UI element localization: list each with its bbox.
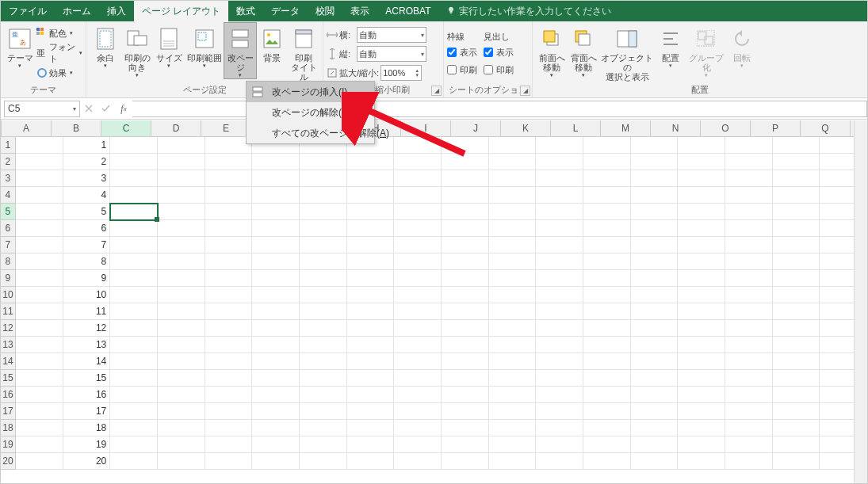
cell-O10[interactable]: [678, 287, 725, 303]
cell-H18[interactable]: [347, 420, 395, 436]
cell-J6[interactable]: [442, 220, 489, 237]
cell-D4[interactable]: [158, 187, 205, 204]
cell-C16[interactable]: [110, 387, 158, 403]
cell-A8[interactable]: [16, 253, 63, 270]
cell-J1[interactable]: [442, 137, 489, 154]
cell-D9[interactable]: [158, 270, 205, 287]
cell-D3[interactable]: [158, 170, 205, 187]
cell-G7[interactable]: [300, 237, 347, 253]
cell-D12[interactable]: [158, 320, 205, 337]
cell-D8[interactable]: [158, 253, 205, 270]
cell-N5[interactable]: [631, 204, 679, 220]
cell-P7[interactable]: [725, 237, 773, 253]
cell-G5[interactable]: [300, 204, 347, 220]
cell-Q13[interactable]: [773, 337, 820, 353]
tab-挿入[interactable]: 挿入: [99, 1, 134, 21]
cell-P14[interactable]: [725, 353, 773, 370]
cell-C19[interactable]: [110, 436, 158, 453]
cell-Q16[interactable]: [773, 387, 820, 403]
cell-H13[interactable]: [347, 337, 395, 353]
cell-D16[interactable]: [158, 387, 205, 403]
cell-B7[interactable]: 7: [63, 237, 111, 253]
row-header-5[interactable]: 5: [1, 204, 16, 220]
cell-G16[interactable]: [300, 387, 347, 403]
cell-F4[interactable]: [252, 187, 300, 204]
cell-Q4[interactable]: [773, 187, 820, 204]
cell-K17[interactable]: [489, 403, 537, 420]
cell-J13[interactable]: [442, 337, 489, 353]
cell-F3[interactable]: [252, 170, 300, 187]
cell-A4[interactable]: [16, 187, 63, 204]
cell-P11[interactable]: [725, 303, 773, 320]
cell-Q6[interactable]: [773, 220, 820, 237]
cell-B12[interactable]: 12: [63, 320, 111, 337]
row-header-10[interactable]: 10: [1, 287, 16, 303]
cell-L17[interactable]: [536, 403, 583, 420]
cell-H7[interactable]: [347, 237, 395, 253]
cell-A2[interactable]: [16, 154, 63, 170]
cell-C12[interactable]: [110, 320, 158, 337]
selection-pane-button[interactable]: オブジェクトの 選択と表示: [599, 23, 655, 82]
cell-N3[interactable]: [631, 170, 679, 187]
cell-I16[interactable]: [394, 387, 442, 403]
cell-O17[interactable]: [678, 403, 725, 420]
cell-G18[interactable]: [300, 420, 347, 436]
cell-O6[interactable]: [678, 220, 725, 237]
cell-O14[interactable]: [678, 353, 725, 370]
cell-L20[interactable]: [536, 453, 583, 470]
cell-O15[interactable]: [678, 370, 725, 387]
group-button[interactable]: グループ化▾: [686, 23, 726, 78]
row-header-17[interactable]: 17: [1, 403, 16, 420]
cell-L2[interactable]: [536, 154, 583, 170]
cell-N11[interactable]: [631, 303, 679, 320]
cell-J5[interactable]: [442, 204, 489, 220]
cell-M13[interactable]: [583, 337, 631, 353]
cell-Q9[interactable]: [773, 270, 820, 287]
cell-J19[interactable]: [442, 436, 489, 453]
cell-L14[interactable]: [536, 353, 583, 370]
cell-K9[interactable]: [489, 270, 537, 287]
cell-Q20[interactable]: [773, 453, 820, 470]
cell-Q1[interactable]: [773, 137, 820, 154]
cell-O19[interactable]: [678, 436, 725, 453]
cell-C13[interactable]: [110, 337, 158, 353]
cell-J7[interactable]: [442, 237, 489, 253]
row-header-13[interactable]: 13: [1, 337, 16, 353]
cell-J10[interactable]: [442, 287, 489, 303]
cell-B19[interactable]: 19: [63, 436, 111, 453]
cell-A14[interactable]: [16, 353, 63, 370]
col-header-J[interactable]: J: [451, 120, 501, 136]
cell-E11[interactable]: [205, 303, 253, 320]
cell-H20[interactable]: [347, 453, 395, 470]
cell-H19[interactable]: [347, 436, 395, 453]
row-header-4[interactable]: 4: [1, 187, 16, 204]
cell-L7[interactable]: [536, 237, 583, 253]
cell-A18[interactable]: [16, 420, 63, 436]
cell-N20[interactable]: [631, 453, 679, 470]
cell-B1[interactable]: 1: [63, 137, 111, 154]
headings-view-check[interactable]: 表示: [484, 44, 514, 60]
cell-M17[interactable]: [583, 403, 631, 420]
cell-P9[interactable]: [725, 270, 773, 287]
cell-O16[interactable]: [678, 387, 725, 403]
cell-F18[interactable]: [252, 420, 300, 436]
cell-G14[interactable]: [300, 353, 347, 370]
cell-P20[interactable]: [725, 453, 773, 470]
cell-L3[interactable]: [536, 170, 583, 187]
cell-G11[interactable]: [300, 303, 347, 320]
cell-M5[interactable]: [583, 204, 631, 220]
cell-O8[interactable]: [678, 253, 725, 270]
tab-ページ レイアウト[interactable]: ページ レイアウト: [134, 1, 228, 21]
fill-handle[interactable]: [155, 217, 159, 222]
cell-H16[interactable]: [347, 387, 395, 403]
cell-C10[interactable]: [110, 287, 158, 303]
row-header-14[interactable]: 14: [1, 353, 16, 370]
vertical-scrollbar[interactable]: [854, 120, 867, 483]
cell-B11[interactable]: 11: [63, 303, 111, 320]
cell-O7[interactable]: [678, 237, 725, 253]
cell-E20[interactable]: [205, 453, 253, 470]
cell-N14[interactable]: [631, 353, 679, 370]
tab-校閲[interactable]: 校閲: [308, 1, 342, 21]
cell-J4[interactable]: [442, 187, 489, 204]
row-header-9[interactable]: 9: [1, 270, 16, 287]
